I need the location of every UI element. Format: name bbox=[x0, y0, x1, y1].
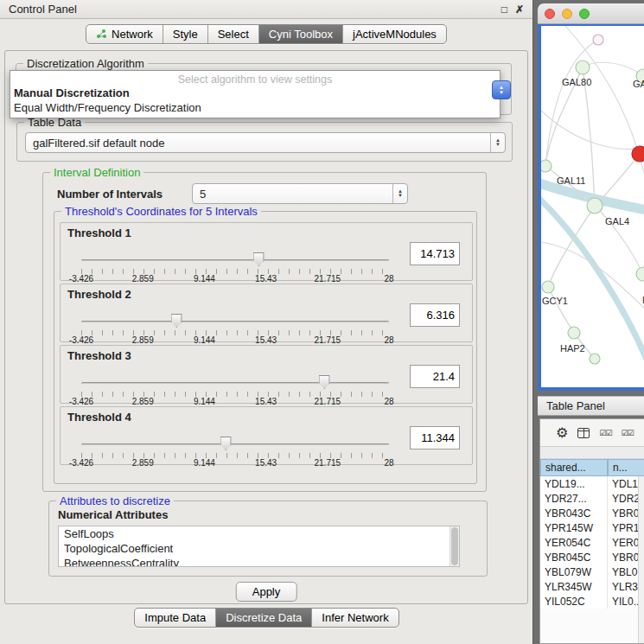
slider-handle[interactable] bbox=[171, 314, 182, 328]
zoom-traffic-light[interactable] bbox=[579, 9, 590, 19]
tab-infer-network[interactable]: Infer Network bbox=[311, 609, 398, 627]
interval-definition-label: Interval Definition bbox=[50, 166, 143, 179]
scrollbar-thumb[interactable] bbox=[451, 527, 458, 565]
threshold-1-panel: Threshold 1 -3.4262.8599.14415.4321.7152… bbox=[60, 222, 473, 281]
threshold-2-panel: Threshold 2 -3.4262.8599.14415.4321.7152… bbox=[60, 284, 473, 342]
table-vertical-scrollbar[interactable] bbox=[638, 476, 644, 643]
table-panel-titlebar: Table Panel bbox=[538, 396, 644, 416]
svg-text:GAL4: GAL4 bbox=[605, 216, 629, 226]
tab-impute-data[interactable]: Impute Data bbox=[135, 609, 215, 627]
slider-scale: -3.4262.8599.14415.4321.71528 bbox=[81, 393, 389, 404]
threshold-2-label: Threshold 2 bbox=[67, 288, 131, 301]
window-title: Control Panel bbox=[9, 3, 77, 16]
threshold-3-label: Threshold 3 bbox=[67, 349, 131, 362]
stepper-arrows-icon: ▲▼ bbox=[392, 184, 407, 203]
slider-handle[interactable] bbox=[253, 252, 265, 266]
close-traffic-light[interactable] bbox=[545, 9, 555, 19]
tab-jactivemnodules[interactable]: jActiveMNodules bbox=[342, 25, 446, 43]
threshold-3-value-field[interactable] bbox=[410, 365, 460, 388]
slider-scale: -3.4262.8599.14415.4321.71528 bbox=[81, 271, 389, 281]
columns-icon[interactable] bbox=[577, 428, 590, 438]
tab-discretize-data[interactable]: Discretize Data bbox=[215, 609, 311, 627]
table-row[interactable]: YIL052CYIL0... bbox=[540, 594, 644, 609]
minimize-traffic-light[interactable] bbox=[562, 9, 572, 19]
table-row[interactable]: YBR043CYBR0... bbox=[540, 506, 644, 520]
number-of-intervals-value: 5 bbox=[200, 188, 392, 201]
network-window-titlebar[interactable] bbox=[538, 3, 644, 24]
threshold-3-panel: Threshold 3 -3.4262.8599.14415.4321.7152… bbox=[60, 345, 473, 404]
threshold-4-value-field[interactable] bbox=[410, 426, 460, 450]
dropdown-option-equal-width-frequency[interactable]: Equal Width/Frequency Discretization bbox=[10, 100, 500, 115]
deselect-checkboxes-icon[interactable]: ☑☑ bbox=[621, 429, 633, 437]
list-item[interactable]: SelfLoops bbox=[59, 526, 459, 541]
dropdown-placeholder: Select algorithm to view settings bbox=[10, 71, 500, 86]
network-tab-icon bbox=[96, 29, 107, 39]
threshold-4-panel: Threshold 4 -3.4262.8599.14415.4321.7152… bbox=[60, 406, 473, 465]
table-row[interactable]: YPR145WYPR1... bbox=[540, 520, 644, 535]
tab-network[interactable]: Network bbox=[86, 25, 163, 43]
numerical-attributes-label: Numerical Attributes bbox=[58, 508, 168, 521]
column-header-shared-name[interactable]: shared... bbox=[540, 459, 608, 476]
table-row[interactable]: YDL19...YDL1... bbox=[540, 476, 644, 491]
float-window-icon[interactable]: □ bbox=[501, 3, 507, 16]
number-of-intervals-combobox[interactable]: 5 ▲▼ bbox=[192, 183, 408, 204]
thresholds-group: Threshold's Coordinates for 5 Intervals … bbox=[54, 211, 477, 484]
threshold-4-slider[interactable] bbox=[81, 437, 389, 452]
threshold-1-slider[interactable] bbox=[81, 252, 389, 268]
stepper-arrows-icon: ▲▼ bbox=[490, 133, 505, 152]
table-panel-title: Table Panel bbox=[546, 399, 605, 412]
table-row[interactable]: YBR045CYBR0... bbox=[540, 550, 644, 564]
control-panel-titlebar: Control Panel □ ✗ bbox=[0, 0, 532, 19]
close-window-icon[interactable]: ✗ bbox=[515, 3, 524, 16]
top-tab-bar: Network Style Select Cyni Toolbox jActiv… bbox=[0, 19, 532, 48]
gear-icon[interactable]: ⚙ bbox=[556, 424, 568, 441]
svg-text:GAL80: GAL80 bbox=[562, 77, 591, 87]
interval-definition-group: Interval Definition Number of Intervals … bbox=[42, 172, 487, 492]
svg-text:GCY1: GCY1 bbox=[542, 296, 568, 306]
slider-track bbox=[81, 259, 389, 262]
column-header-name[interactable]: n... bbox=[608, 459, 644, 476]
table-header-row: shared... n... bbox=[540, 459, 644, 476]
threshold-3-slider[interactable] bbox=[81, 375, 389, 391]
select-checkboxes-icon[interactable]: ☑☑ bbox=[599, 429, 611, 437]
table-data-selected: galFiltered.sif default node bbox=[33, 137, 490, 150]
dropdown-option-manual-discretization[interactable]: Manual Discretization bbox=[10, 86, 500, 100]
threshold-2-value-field[interactable] bbox=[410, 303, 460, 327]
control-panel-window: Control Panel □ ✗ Network Style Select bbox=[0, 0, 533, 644]
threshold-4-label: Threshold 4 bbox=[67, 411, 131, 424]
slider-track bbox=[81, 321, 389, 323]
tab-style[interactable]: Style bbox=[163, 25, 207, 43]
slider-handle[interactable] bbox=[220, 437, 232, 450]
slider-track bbox=[81, 382, 389, 385]
threshold-1-value-field[interactable] bbox=[410, 242, 460, 265]
table-header-spacer bbox=[540, 447, 644, 459]
algorithm-group-label: Discretization Algorithm bbox=[23, 57, 148, 70]
algorithm-combobox-button[interactable]: ▲ ▼ bbox=[492, 80, 511, 99]
bottom-tab-bar: Impute Data Discretize Data Infer Networ… bbox=[0, 608, 533, 628]
table-toolbar: ⚙ ☑☑ ☑☑ bbox=[540, 419, 644, 447]
table-panel: ⚙ ☑☑ ☑☑ shared... n... YDL19...YDL1... Y… bbox=[539, 418, 644, 644]
network-canvas[interactable]: GAL80GAGAL11GAL4GCY1HHAP2 bbox=[541, 26, 644, 387]
slider-handle[interactable] bbox=[319, 375, 330, 389]
cyni-toolbox-panel: Discretization Algorithm ▲ ▼ Select algo… bbox=[4, 50, 528, 604]
table-row[interactable]: YDR27...YDR2... bbox=[540, 491, 644, 506]
list-vertical-scrollbar[interactable] bbox=[450, 526, 459, 566]
tab-cyni-toolbox[interactable]: Cyni Toolbox bbox=[258, 25, 342, 43]
list-item[interactable]: BetweennessCentrality bbox=[59, 556, 459, 567]
slider-track bbox=[81, 443, 389, 446]
attributes-group-label: Attributes to discretize bbox=[56, 494, 174, 507]
thresholds-group-label: Threshold's Coordinates for 5 Intervals bbox=[61, 205, 261, 218]
number-of-intervals-label: Number of Intervals bbox=[57, 188, 163, 201]
threshold-1-label: Threshold 1 bbox=[67, 226, 131, 239]
svg-text:GAL11: GAL11 bbox=[557, 175, 585, 186]
slider-scale: -3.4262.8599.14415.4321.71528 bbox=[81, 332, 389, 342]
table-row[interactable]: YER054CYER0... bbox=[540, 535, 644, 550]
tab-select[interactable]: Select bbox=[207, 25, 258, 43]
table-row[interactable]: YBL079WYBL0... bbox=[540, 564, 644, 579]
threshold-2-slider[interactable] bbox=[81, 314, 389, 329]
numerical-attributes-list[interactable]: SelfLoops TopologicalCoefficient Between… bbox=[58, 526, 460, 567]
apply-button[interactable]: Apply bbox=[236, 582, 297, 602]
list-item[interactable]: TopologicalCoefficient bbox=[59, 541, 459, 556]
table-row[interactable]: YLR345WYLR3... bbox=[540, 579, 644, 594]
table-data-combobox[interactable]: galFiltered.sif default node ▲▼ bbox=[25, 132, 506, 153]
